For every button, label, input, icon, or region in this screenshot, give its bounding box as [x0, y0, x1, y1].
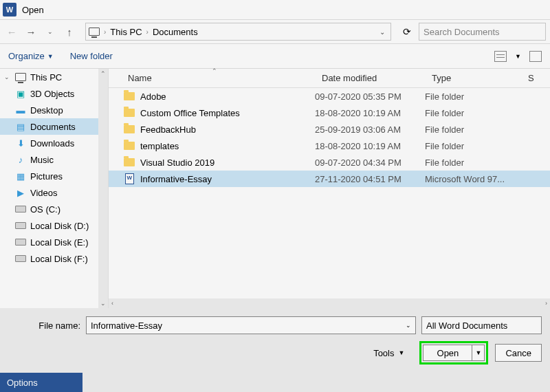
- sidebar-item-local-disk-f-[interactable]: Local Disk (F:): [0, 250, 108, 267]
- music-icon: ♪: [15, 154, 26, 165]
- file-type: File folder: [425, 124, 521, 135]
- drive-icon: [15, 253, 26, 264]
- breadcrumb[interactable]: › This PC › Documents ⌄: [85, 23, 391, 41]
- filename-dropdown-icon[interactable]: ⌄: [406, 322, 411, 329]
- pc-icon: [15, 72, 26, 83]
- breadcrumb-dropdown-icon[interactable]: ⌄: [377, 28, 388, 36]
- folder-icon: [124, 157, 135, 168]
- column-size[interactable]: S: [521, 73, 541, 83]
- doc-icon: [124, 173, 135, 184]
- history-dropdown-icon[interactable]: ⌄: [43, 24, 58, 39]
- open-button-highlight: Open ▼: [419, 341, 488, 364]
- downloads-icon: ⬇: [15, 138, 26, 149]
- file-row[interactable]: FeedbackHub25-09-2019 03:06 AMFile folde…: [109, 121, 550, 138]
- folder-icon: [124, 140, 135, 151]
- pictures-icon: ▦: [15, 171, 26, 182]
- sidebar-item-label: Desktop: [30, 105, 63, 116]
- folder-icon: [124, 91, 135, 102]
- videos-icon: ▶: [15, 187, 26, 198]
- drive-icon: [15, 220, 26, 231]
- toolbar: Organize ▼ New folder ▼: [0, 44, 550, 69]
- titlebar: W Open: [0, 0, 550, 19]
- back-arrow-icon[interactable]: ←: [4, 24, 19, 39]
- column-type[interactable]: Type: [425, 73, 521, 83]
- file-date: 09-07-2020 04:34 PM: [315, 157, 425, 168]
- file-type: File folder: [425, 91, 521, 102]
- file-type: File folder: [425, 141, 521, 151]
- sidebar-item-videos[interactable]: ▶Videos: [0, 184, 108, 201]
- file-date: 18-08-2020 10:19 AM: [315, 141, 425, 151]
- up-arrow-icon[interactable]: ↑: [62, 24, 77, 39]
- 3d-icon: ▣: [15, 88, 26, 99]
- cancel-button[interactable]: Cance: [495, 344, 542, 362]
- breadcrumb-current[interactable]: Documents: [153, 27, 198, 37]
- sort-indicator-icon: ⌃: [212, 67, 217, 74]
- folder-icon: [124, 107, 135, 118]
- file-name: Custom Office Templates: [140, 108, 240, 118]
- sidebar-item-desktop[interactable]: ▬Desktop: [0, 102, 108, 118]
- sidebar-item-label: Local Disk (F:): [30, 254, 88, 264]
- file-type: File folder: [425, 157, 521, 168]
- view-dropdown-icon[interactable]: ▼: [515, 53, 521, 60]
- chevron-right-icon: ›: [104, 28, 106, 36]
- open-button[interactable]: Open: [423, 345, 472, 361]
- scroll-up-icon[interactable]: ⌃: [99, 69, 107, 78]
- sidebar-item-music[interactable]: ♪Music: [0, 151, 108, 168]
- horizontal-scrollbar[interactable]: ‹ ›: [109, 298, 550, 308]
- file-name: Visual Studio 2019: [140, 157, 214, 168]
- search-input[interactable]: Search Documents: [419, 23, 546, 41]
- open-dropdown-button[interactable]: ▼: [472, 345, 485, 361]
- tree-expand-icon[interactable]: ⌄: [4, 74, 11, 80]
- file-name: Adobe: [140, 91, 166, 102]
- breadcrumb-root[interactable]: This PC: [110, 27, 142, 37]
- file-row[interactable]: Informative-Essay27-11-2020 04:51 PMMicr…: [109, 171, 550, 187]
- dialog-title: Open: [22, 5, 44, 15]
- file-name: FeedbackHub: [140, 124, 196, 135]
- scroll-down-icon[interactable]: ⌄: [99, 298, 107, 308]
- chevron-down-icon: ▼: [399, 349, 405, 356]
- sidebar-item-3d-objects[interactable]: ▣3D Objects: [0, 85, 108, 102]
- word-app-icon: W: [3, 3, 16, 17]
- refresh-icon[interactable]: ⟳: [399, 24, 415, 39]
- sidebar-item-os-c-[interactable]: OS (C:): [0, 201, 108, 217]
- options-panel[interactable]: Options: [0, 373, 82, 392]
- file-row[interactable]: Adobe09-07-2020 05:35 PMFile folder: [109, 88, 550, 105]
- sidebar-item-label: Documents: [30, 122, 76, 132]
- sidebar-item-downloads[interactable]: ⬇Downloads: [0, 135, 108, 151]
- pc-icon: [89, 28, 100, 36]
- sidebar-item-documents[interactable]: ▤Documents: [0, 118, 108, 135]
- sidebar-item-label: Music: [30, 155, 54, 165]
- column-name[interactable]: Name: [109, 73, 315, 83]
- file-date: 18-08-2020 10:19 AM: [315, 108, 425, 118]
- sidebar-item-label: This PC: [30, 72, 62, 83]
- dialog-footer: File name: Informative-Essay ⌄ All Word …: [0, 308, 550, 364]
- forward-arrow-icon[interactable]: →: [23, 24, 38, 39]
- file-date: 27-11-2020 04:51 PM: [315, 174, 425, 184]
- column-date[interactable]: Date modified: [315, 73, 425, 83]
- scroll-right-icon[interactable]: ›: [542, 300, 550, 307]
- file-type-filter[interactable]: All Word Documents: [421, 316, 542, 334]
- scroll-left-icon[interactable]: ‹: [109, 300, 116, 307]
- sidebar-item-label: Local Disk (E:): [30, 237, 89, 248]
- file-list: ⌃ Name Date modified Type S Adobe09-07-2…: [109, 69, 550, 308]
- file-type: Microsoft Word 97...: [425, 174, 521, 184]
- file-row[interactable]: Visual Studio 201909-07-2020 04:34 PMFil…: [109, 154, 550, 171]
- sidebar-item-local-disk-d-[interactable]: Local Disk (D:): [0, 217, 108, 234]
- file-row[interactable]: templates18-08-2020 10:19 AMFile folder: [109, 138, 550, 154]
- view-list-icon[interactable]: [494, 51, 507, 62]
- file-row[interactable]: Custom Office Templates18-08-2020 10:19 …: [109, 105, 550, 121]
- sidebar-item-local-disk-e-[interactable]: Local Disk (E:): [0, 234, 108, 250]
- sidebar-item-pictures[interactable]: ▦Pictures: [0, 168, 108, 184]
- preview-pane-icon[interactable]: [529, 51, 542, 62]
- filename-input[interactable]: Informative-Essay ⌄: [86, 316, 416, 334]
- sidebar: ⌄This PC▣3D Objects▬Desktop▤Documents⬇Do…: [0, 69, 109, 308]
- sidebar-scrollbar[interactable]: ⌃ ⌄: [98, 69, 108, 308]
- tools-button[interactable]: Tools ▼: [373, 348, 404, 358]
- new-folder-button[interactable]: New folder: [70, 51, 113, 61]
- drive-icon: [15, 237, 26, 248]
- file-date: 09-07-2020 05:35 PM: [315, 91, 425, 102]
- sidebar-item-this-pc[interactable]: ⌄This PC: [0, 69, 108, 85]
- organize-button[interactable]: Organize ▼: [8, 51, 54, 61]
- file-type: File folder: [425, 108, 521, 118]
- sidebar-item-label: Local Disk (D:): [30, 221, 89, 231]
